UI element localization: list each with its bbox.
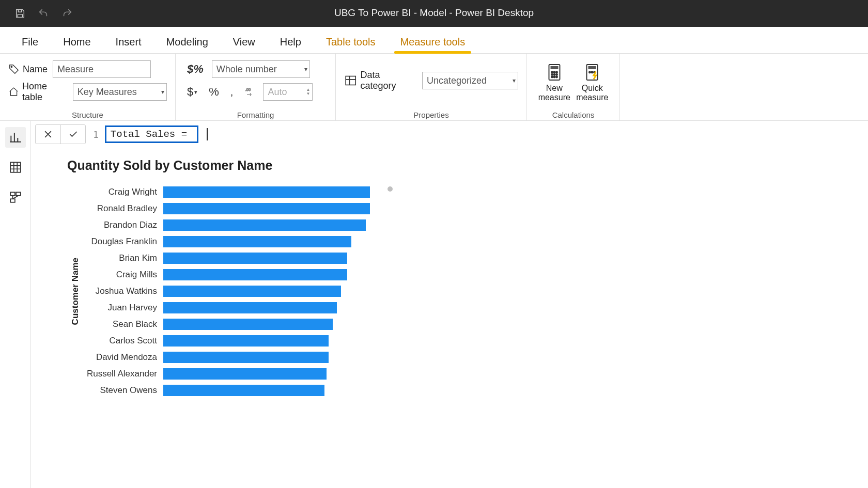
- data-view-button[interactable]: [5, 157, 26, 178]
- bar: [163, 219, 366, 231]
- measure-name-input[interactable]: [53, 60, 151, 78]
- comma-button[interactable]: ,: [227, 86, 237, 98]
- titlebar: UBG To Power BI - Model - Power BI Deskt…: [0, 0, 868, 27]
- bar-chart-icon: [9, 131, 22, 144]
- bar-track: [163, 186, 370, 198]
- svg-text:.00: .00: [245, 87, 251, 92]
- cancel-formula-button[interactable]: [36, 125, 60, 144]
- quick-measure-button[interactable]: Quick measure: [574, 58, 612, 107]
- tab-file[interactable]: File: [9, 30, 51, 53]
- ribbon-group-formatting: $% Whole number ▾ $▾ % , .00 Auto ▲▼ For…: [176, 54, 336, 120]
- svg-rect-20: [10, 192, 15, 196]
- bar-label: Steven Owens: [81, 385, 163, 396]
- currency-button[interactable]: $▾: [184, 85, 200, 99]
- decimals-input[interactable]: Auto ▲▼: [263, 83, 313, 101]
- svg-point-9: [553, 74, 555, 75]
- bar-label: Brian Kim: [81, 253, 163, 263]
- svg-rect-4: [550, 66, 558, 69]
- bar: [163, 335, 329, 347]
- bar: [163, 236, 351, 247]
- bar-row[interactable]: Steven Owens: [81, 385, 370, 396]
- bar-row[interactable]: Craig Wright: [81, 186, 370, 198]
- tab-measure-tools[interactable]: Measure tools: [388, 30, 478, 53]
- undo-icon[interactable]: [37, 8, 50, 19]
- bar-label: Douglas Franklin: [81, 237, 163, 247]
- bar-track: [163, 236, 370, 247]
- home-icon: [8, 86, 19, 98]
- bar: [163, 352, 329, 363]
- chevron-down-icon: ▾: [513, 77, 516, 84]
- bar: [163, 302, 337, 313]
- bar-chart: Customer Name Craig WrightRonald Bradley…: [67, 186, 858, 396]
- tab-insert[interactable]: Insert: [103, 30, 154, 53]
- save-icon[interactable]: [14, 8, 26, 19]
- bar-label: Craig Wright: [81, 187, 163, 197]
- bar-label: David Mendoza: [81, 352, 163, 363]
- bar-row[interactable]: David Mendoza: [81, 352, 370, 363]
- svg-point-7: [556, 71, 557, 73]
- svg-point-11: [551, 76, 553, 77]
- commit-formula-button[interactable]: [60, 125, 85, 144]
- bar-row[interactable]: Joshua Watkins: [81, 286, 370, 297]
- bar-row[interactable]: Douglas Franklin: [81, 236, 370, 247]
- table-icon: [344, 74, 357, 87]
- svg-point-6: [553, 71, 555, 73]
- report-view-button[interactable]: [5, 127, 26, 148]
- bar-track: [163, 253, 370, 264]
- formula-actions: [35, 124, 86, 144]
- bar-row[interactable]: Ronald Bradley: [81, 203, 370, 214]
- tab-table-tools[interactable]: Table tools: [314, 30, 388, 53]
- view-switcher: [0, 121, 31, 488]
- spinner-icon: ▲▼: [306, 88, 310, 96]
- data-category-label: Data category: [344, 70, 417, 91]
- bar-row[interactable]: Brandon Diaz: [81, 219, 370, 231]
- ribbon-tabs: File Home Insert Modeling View Help Tabl…: [0, 27, 868, 54]
- tab-help[interactable]: Help: [268, 30, 314, 53]
- new-measure-button[interactable]: New measure: [535, 58, 574, 107]
- percent-button[interactable]: %: [206, 85, 222, 99]
- bar-track: [163, 335, 370, 347]
- formula-input[interactable]: Total Sales =: [102, 124, 211, 145]
- app-title: UBG To Power BI - Model - Power BI Deskt…: [334, 7, 534, 19]
- bar-row[interactable]: Juan Harvey: [81, 302, 370, 313]
- decimal-decrease-button[interactable]: .00: [241, 87, 258, 97]
- bar-row[interactable]: Brian Kim: [81, 253, 370, 264]
- bar-row[interactable]: Russell Alexander: [81, 368, 370, 380]
- report-canvas[interactable]: Quantity Sold by Customer Name Customer …: [31, 148, 868, 488]
- chart-y-axis-label: Customer Name: [67, 258, 81, 325]
- canvas-wrap: 1 Total Sales = Quantity Sold by Custome…: [31, 121, 868, 488]
- tab-view[interactable]: View: [221, 30, 268, 53]
- close-icon: [43, 129, 53, 139]
- model-icon: [9, 191, 22, 204]
- svg-rect-19: [10, 162, 21, 172]
- svg-rect-15: [588, 66, 596, 69]
- format-select[interactable]: Whole number ▾: [212, 60, 310, 78]
- chart-rows: Craig WrightRonald BradleyBrandon DiazDo…: [81, 186, 370, 396]
- name-label: Name: [8, 64, 48, 75]
- bar-row[interactable]: Craig Mills: [81, 269, 370, 280]
- redo-icon[interactable]: [61, 8, 73, 19]
- svg-point-13: [556, 76, 557, 77]
- bar: [163, 385, 324, 396]
- chevron-down-icon: ▾: [304, 66, 307, 73]
- svg-rect-21: [16, 192, 21, 196]
- bar-track: [163, 286, 370, 297]
- home-table-select[interactable]: Key Measures ▾: [73, 83, 167, 101]
- data-category-select[interactable]: Uncategorized ▾: [422, 72, 518, 89]
- group-label-calculations: Calculations: [527, 111, 619, 119]
- formula-bar: 1 Total Sales =: [31, 121, 868, 148]
- bar-label: Carlos Scott: [81, 336, 163, 346]
- bar-row[interactable]: Carlos Scott: [81, 335, 370, 347]
- grid-icon: [9, 161, 22, 174]
- svg-point-0: [11, 66, 12, 67]
- tab-modeling[interactable]: Modeling: [154, 30, 221, 53]
- model-view-button[interactable]: [5, 187, 26, 208]
- check-icon: [67, 129, 80, 139]
- bar-row[interactable]: Sean Black: [81, 319, 370, 330]
- tab-home[interactable]: Home: [51, 30, 103, 53]
- svg-point-17: [592, 71, 593, 73]
- bar-track: [163, 352, 370, 363]
- svg-point-16: [589, 71, 591, 73]
- ribbon: Name Home table Key Measures ▾ Structure…: [0, 54, 868, 121]
- scrollbar-thumb[interactable]: [388, 186, 393, 192]
